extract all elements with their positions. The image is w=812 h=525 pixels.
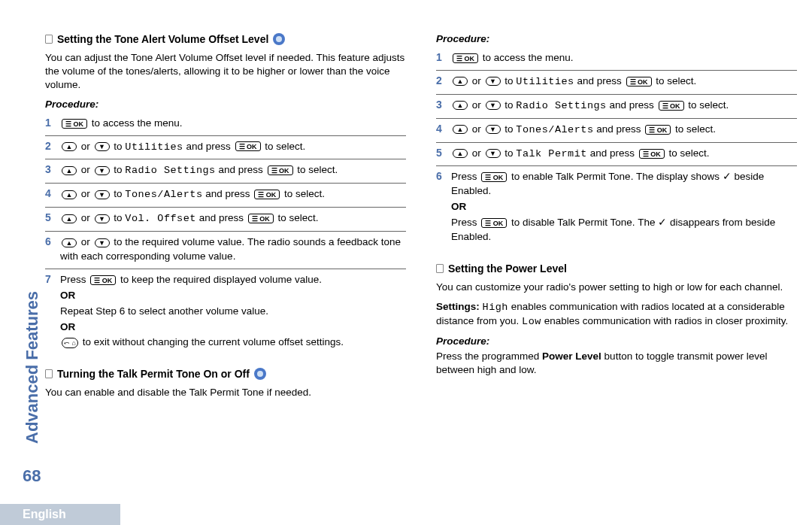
back-key-icon: ⤺ ⌂	[62, 338, 78, 348]
heading-talk-permit: Turning the Talk Permit Tone On or Off	[45, 368, 406, 380]
svg-point-1	[257, 371, 263, 377]
procedure-text: Press the programmed Power Level button …	[436, 350, 797, 377]
step-6: 6 ▲ or ▼ to the required volume value. T…	[45, 232, 406, 269]
step-5: 5 ▲ or ▼ to Talk Permit and press ☰ OK t…	[436, 143, 797, 167]
ok-key-icon: ☰ OK	[62, 119, 87, 129]
page-number: 68	[23, 466, 41, 486]
svg-point-0	[276, 36, 282, 42]
settings-text: Settings: High enables communication wit…	[436, 300, 797, 329]
step-3: 3 ▲ or ▼ to Radio Settings and press ☰ O…	[45, 159, 406, 184]
feature-icon	[273, 33, 285, 45]
step-6: 6 Press ☰ OK to enable Talk Permit Tone.…	[436, 166, 797, 248]
step-4: 4 ▲ or ▼ to Tones/Alerts and press ☰ OK …	[436, 119, 797, 143]
heading-text: Setting the Power Level	[448, 262, 567, 275]
heading-text: Setting the Tone Alert Volume Offset Lev…	[57, 33, 268, 45]
step-5: 5 ▲ or ▼ to Vol. Offset and press ☰ OK t…	[45, 208, 406, 232]
step-2: 2 ▲ or ▼ to Utilities and press ☰ OK to …	[436, 71, 797, 95]
footer-language: English	[0, 504, 120, 525]
doc-icon	[45, 369, 53, 378]
heading-tone-alert-offset: Setting the Tone Alert Volume Offset Lev…	[45, 33, 406, 45]
doc-icon	[45, 35, 53, 44]
heading-power-level: Setting the Power Level	[436, 262, 797, 275]
procedure-label: Procedure:	[45, 99, 406, 110]
intro-text: You can enable and disable the Talk Perm…	[45, 386, 406, 399]
intro-text: You can adjust the Tone Alert Volume Off…	[45, 51, 406, 93]
step-4: 4 ▲ or ▼ to Tones/Alerts and press ☰ OK …	[45, 184, 406, 208]
sidebar-section-label: Advanced Features	[23, 291, 42, 444]
up-key-icon: ▲	[62, 142, 77, 151]
step-2: 2 ▲ or ▼ to Utilities and press ☰ OK to …	[45, 136, 406, 160]
step-1: 1 ☰ OK to access the menu.	[45, 113, 406, 136]
heading-text: Turning the Talk Permit Tone On or Off	[57, 368, 250, 380]
procedure-label: Procedure:	[436, 335, 797, 347]
down-key-icon: ▼	[95, 142, 110, 151]
intro-text: You can customize your radio's power set…	[436, 281, 797, 294]
feature-icon	[254, 368, 266, 380]
doc-icon	[436, 264, 444, 273]
ok-key-icon: ☰ OK	[235, 141, 261, 151]
step-7: 7 Press ☰ OK to keep the required displa…	[45, 269, 406, 354]
step-1: 1 ☰ OK to access the menu.	[436, 47, 797, 71]
procedure-label: Procedure:	[436, 33, 797, 44]
step-3: 3 ▲ or ▼ to Radio Settings and press ☰ O…	[436, 95, 797, 119]
